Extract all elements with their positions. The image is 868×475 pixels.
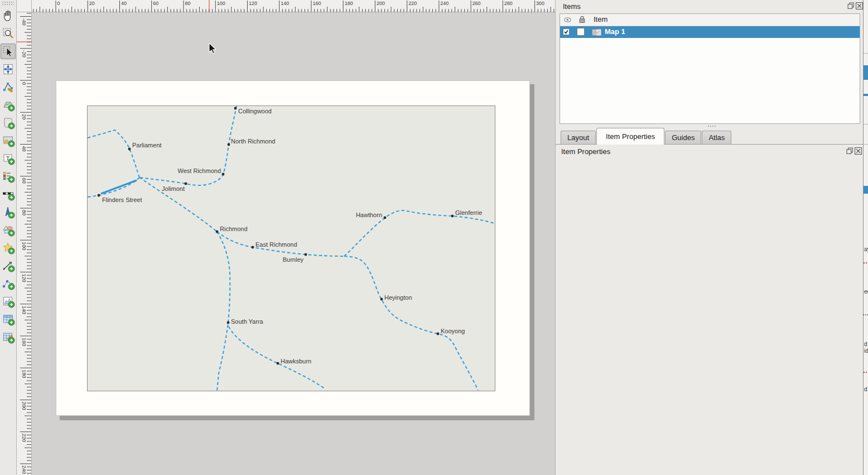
add-fixed-table-icon — [2, 330, 15, 344]
station-dot — [185, 183, 187, 185]
zoom-tool[interactable] — [1, 26, 16, 41]
rail-parliament-line — [88, 130, 139, 177]
add-north-arrow-icon — [2, 205, 15, 219]
close-panel-icon[interactable] — [855, 147, 862, 155]
dock-tabs: Layout Item Properties Guides Atlas — [556, 128, 864, 145]
lock-checkbox[interactable] — [577, 28, 585, 36]
svg-text:20: 20 — [21, 114, 27, 119]
red-dash-symbol-fragment — [864, 372, 868, 373]
toolbar-drag-handle[interactable] — [2, 1, 14, 6]
close-panel-icon[interactable] — [856, 2, 863, 9]
rail-flinders-line — [88, 177, 139, 197]
add-shape-tool[interactable] — [1, 222, 16, 238]
svg-text:60: 60 — [153, 1, 158, 6]
add-marker-tool[interactable] — [1, 240, 16, 256]
clipped-text-fragment: d — [864, 341, 867, 347]
splitter-handle[interactable] — [707, 125, 716, 127]
station-label: Collingwood — [238, 108, 272, 114]
svg-text:240: 240 — [21, 466, 27, 474]
add-node-item-icon — [2, 277, 15, 290]
page-shadow — [530, 84, 534, 416]
add-picture-tool[interactable] — [1, 133, 16, 148]
svg-text:-40: -40 — [21, 18, 27, 26]
svg-text:40: 40 — [121, 1, 127, 6]
item-column-header: Item — [594, 15, 607, 23]
rail-heyington-line — [344, 256, 478, 390]
station-dot — [380, 298, 383, 301]
add-label-tool[interactable]: T — [1, 151, 16, 166]
add-legend-tool[interactable] — [1, 169, 16, 184]
tab-item-properties[interactable]: Item Properties — [596, 128, 664, 145]
select-move-item-tool[interactable] — [1, 44, 16, 59]
items-tree-header: Item — [560, 14, 860, 26]
clipped-text-fragment: d — [864, 386, 867, 392]
clipped-text-fragment: ay — [864, 246, 868, 252]
station-label: North Richmond — [231, 138, 275, 145]
svg-text:180: 180 — [21, 370, 27, 378]
items-tree: Item Map 1 — [560, 13, 860, 124]
add-marker-icon — [2, 241, 15, 255]
add-attribute-table-tool[interactable] — [1, 311, 16, 327]
add-scalebar-tool[interactable] — [1, 186, 16, 202]
layout-designer-window: T 02040608010012014016018020022024026028… — [0, 0, 868, 475]
station-dot — [305, 253, 307, 256]
visibility-checkbox[interactable] — [562, 28, 570, 36]
add-arrow-tool[interactable] — [1, 258, 16, 274]
rail-south-yarra-line — [217, 232, 230, 391]
svg-text:220: 220 — [21, 434, 27, 442]
add-arrow-icon — [2, 259, 15, 272]
station-label: East Richmond — [255, 241, 297, 248]
add-label-icon: T — [2, 152, 15, 165]
add-map-tool[interactable] — [1, 97, 16, 113]
select-move-item-icon — [2, 45, 15, 58]
tab-layout[interactable]: Layout — [561, 131, 596, 144]
station-label: Richmond — [220, 225, 248, 232]
float-panel-icon[interactable] — [846, 147, 853, 155]
station-label: Kooyong — [441, 328, 465, 334]
edit-nodes-item-tool[interactable] — [1, 79, 16, 95]
map-item-map1[interactable]: CollingwoodParliamentNorth RichmondWest … — [87, 105, 495, 391]
divider — [864, 124, 868, 124]
station-label: Hawksburn — [281, 358, 311, 364]
rail-flinders-solid — [101, 180, 137, 194]
add-north-arrow-tool[interactable] — [1, 204, 16, 220]
station-label: Hawthorn — [356, 212, 382, 218]
mouse-cursor — [209, 43, 218, 55]
item-properties-panel-title: Item Properties — [561, 146, 610, 157]
vertical-ruler: -40-20020406080100120140160180200220240 — [17, 12, 32, 475]
float-panel-icon[interactable] — [847, 2, 855, 9]
items-tree-row-map1[interactable]: Map 1 — [560, 26, 860, 38]
add-legend-icon — [2, 170, 15, 183]
svg-text:200: 200 — [377, 1, 385, 6]
add-3d-map-icon — [2, 116, 15, 129]
svg-text:140: 140 — [21, 306, 27, 314]
station-dot — [252, 246, 254, 249]
move-item-content-tool[interactable] — [1, 61, 16, 77]
red-dash-symbol-fragment — [864, 262, 868, 263]
divider — [864, 144, 868, 145]
station-label: Flinders Street — [102, 196, 142, 203]
add-elevation-profile-tool[interactable] — [1, 294, 16, 309]
add-3d-map-tool[interactable] — [1, 115, 16, 131]
page-shadow — [60, 416, 534, 420]
svg-text:0: 0 — [21, 82, 27, 85]
pan-icon — [2, 9, 15, 22]
svg-text:200: 200 — [21, 401, 27, 410]
clipped-text-fragment: ed — [864, 289, 868, 295]
add-fixed-table-tool[interactable] — [1, 329, 16, 345]
selection-fragment — [864, 94, 868, 96]
horizontal-ruler: 0204060801001201401601802002202402602803… — [32, 0, 555, 12]
pan-tool[interactable] — [1, 8, 16, 23]
move-item-content-icon — [2, 63, 15, 76]
tab-guides[interactable]: Guides — [665, 131, 701, 144]
divider — [864, 53, 868, 54]
svg-text:260: 260 — [472, 1, 481, 6]
station-dot — [451, 215, 454, 218]
tab-atlas[interactable]: Atlas — [702, 131, 731, 144]
add-map-icon — [2, 98, 15, 112]
add-elevation-profile-icon — [2, 295, 15, 308]
add-attribute-table-icon — [2, 313, 15, 326]
background-window-sliver: ayeddidd — [863, 0, 868, 475]
add-node-item-tool[interactable] — [1, 276, 16, 291]
dots-fragment — [864, 314, 868, 315]
